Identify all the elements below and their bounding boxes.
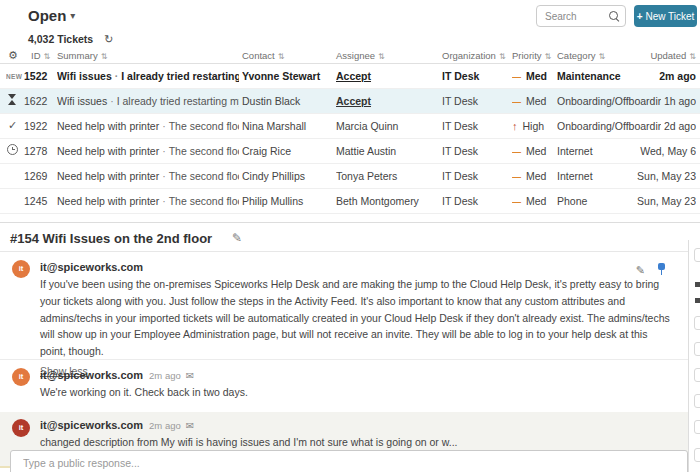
table-row[interactable]: 1278 Need help with printer·The second f… [0, 139, 700, 164]
summary-title: Need help with printer [57, 120, 159, 132]
table-row[interactable]: 1269 Need help with printer·The second f… [0, 164, 700, 189]
priority-med-icon [512, 70, 521, 82]
avatar: it [12, 419, 30, 437]
summary-title: Wifi issues [57, 70, 112, 82]
cutoff-field [694, 368, 700, 382]
feed-message: it it@spiceworks.com ✎ If you've been us… [0, 252, 688, 360]
ticket-id: 1278 [24, 145, 56, 157]
ticket-organization: IT Desk [442, 170, 510, 182]
envelope-icon: ✉ [186, 420, 194, 431]
check-icon: ✓ [8, 119, 17, 132]
search-icon[interactable] [609, 11, 619, 21]
column-header-assignee[interactable]: Assignee [336, 50, 385, 61]
ticket-assignee: Mattie Austin [336, 145, 436, 157]
search-input[interactable] [545, 7, 607, 25]
top-bar: Open▾ +New Ticket [0, 0, 700, 32]
hourglass-icon [8, 94, 17, 105]
search-box [536, 5, 626, 27]
plus-icon: + [637, 11, 643, 22]
ticket-summary: Need help with printer·The second floo [57, 120, 239, 132]
message-body: We're working on it. Check back in two d… [40, 384, 672, 401]
table-row[interactable]: 1622 Wifi issues·I already tried restart… [0, 89, 700, 114]
ticket-count-bar: 4,032 Tickets ↻ [28, 33, 113, 47]
ticket-id: 1245 [24, 195, 56, 207]
right-panel-edge [688, 240, 700, 472]
ticket-contact: Craig Rice [242, 145, 334, 157]
gear-icon[interactable]: ⚙ [8, 49, 18, 62]
ticket-organization: IT Desk [442, 120, 510, 132]
summary-separator: · [107, 95, 117, 107]
column-header-priority[interactable]: Priority [512, 50, 551, 61]
cutoff-field [694, 316, 700, 330]
ticket-organization: IT Desk [442, 95, 510, 107]
column-header-id[interactable]: ID [31, 50, 50, 61]
summary-title: Need help with printer [57, 145, 159, 157]
column-header-organization[interactable]: Organization [442, 50, 506, 61]
table-row[interactable]: 1245 Need help with printer·The second f… [0, 189, 700, 214]
ticket-updated: 2d ago [612, 120, 696, 132]
ticket-updated: Sun, May 23 [612, 170, 696, 182]
refresh-icon[interactable]: ↻ [104, 33, 113, 46]
column-header-category[interactable]: Category [557, 50, 605, 61]
cutoff-glyph [695, 282, 700, 287]
feed-message: it it@spiceworks.com2m ago✉ We're workin… [0, 360, 688, 412]
accept-link[interactable]: Accept [336, 95, 436, 107]
ticket-id: 1622 [24, 95, 56, 107]
ticket-organization: IT Desk [442, 70, 510, 82]
ticket-title: #154 Wifi Issues on the 2nd floor [10, 231, 212, 246]
ticket-summary: Wifi issues·I already tried restarting m… [57, 70, 239, 82]
response-compose-box [10, 450, 688, 472]
table-row[interactable]: ✓ 1922 Need help with printer·The second… [0, 114, 700, 139]
ticket-assignee: Tonya Peters [336, 170, 436, 182]
view-filter-label: Open [28, 7, 66, 24]
message-sender: it@spiceworks.com [40, 261, 143, 273]
cutoff-field [694, 448, 700, 462]
pin-icon[interactable] [657, 263, 666, 275]
chevron-down-icon: ▾ [70, 10, 75, 21]
cutoff-field [694, 342, 700, 356]
new-ticket-button[interactable]: +New Ticket [634, 5, 697, 27]
column-header-contact[interactable]: Contact [242, 50, 284, 61]
priority-med-icon [512, 195, 521, 207]
envelope-icon: ✉ [186, 370, 194, 381]
summary-title: Need help with printer [57, 170, 159, 182]
ticket-priority: Med [512, 95, 556, 107]
avatar: it [12, 368, 30, 386]
ticket-updated: 1h ago [612, 95, 696, 107]
summary-title: Wifi issues [57, 95, 107, 107]
view-filter-dropdown[interactable]: Open▾ [28, 7, 75, 24]
ticket-contact: Cindy Phillips [242, 170, 334, 182]
ticket-organization: IT Desk [442, 195, 510, 207]
summary-text: The second floo [169, 170, 239, 182]
ticket-priority: Med [512, 145, 556, 157]
ticket-summary: Need help with printer·The second floo [57, 195, 239, 207]
cutoff-field [694, 248, 700, 262]
public-response-input[interactable] [23, 453, 663, 472]
message-sender: it@spiceworks.com [40, 419, 143, 431]
cutoff-field [694, 420, 700, 434]
table-row[interactable]: NEW 1522 Wifi issues·I already tried res… [0, 64, 700, 89]
edit-title-pencil-icon[interactable]: ✎ [232, 231, 242, 245]
table-header: ⚙ ID Summary Contact Assignee Organizati… [0, 48, 700, 64]
column-header-summary[interactable]: Summary [57, 50, 107, 61]
ticket-priority: High [512, 120, 556, 132]
ticket-id: 1922 [24, 120, 56, 132]
summary-text: The second floo [169, 145, 239, 157]
ticket-table: NEW 1522 Wifi issues·I already tried res… [0, 64, 700, 214]
summary-separator: · [159, 145, 169, 157]
ticket-assignee: Beth Montgomery [336, 195, 436, 207]
ticket-id: 1269 [24, 170, 56, 182]
priority-med-icon [512, 95, 521, 107]
ticket-count: 4,032 Tickets [28, 33, 93, 45]
ticket-updated: Sun, May 23 [612, 195, 696, 207]
avatar: it [12, 260, 30, 278]
accept-link[interactable]: Accept [336, 70, 436, 82]
message-time: 2m ago [149, 370, 181, 381]
summary-text: The second floo [169, 120, 239, 132]
column-header-updated[interactable]: Updated [650, 50, 696, 61]
summary-separator: · [159, 120, 169, 132]
summary-separator: · [112, 70, 122, 82]
priority-high-icon [512, 120, 518, 132]
ticket-summary: Wifi issues·I already tried restarting m… [57, 95, 239, 107]
ticket-summary: Need help with printer·The second floo [57, 145, 239, 157]
